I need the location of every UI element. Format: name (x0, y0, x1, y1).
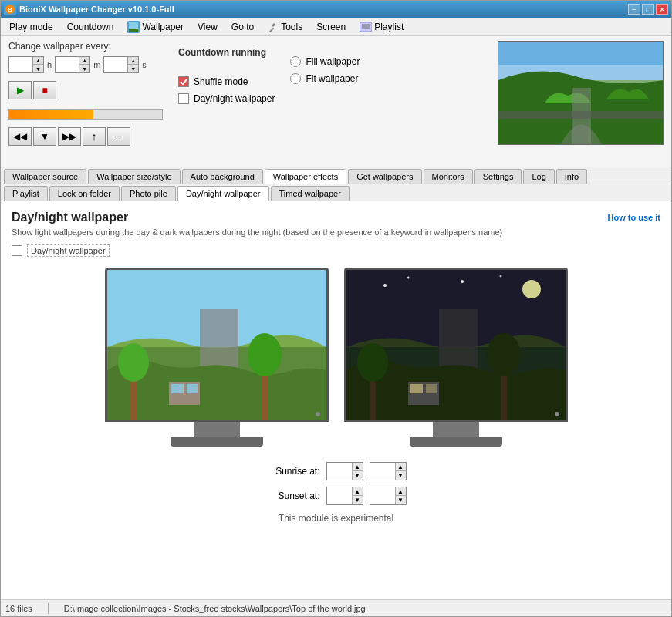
next-button[interactable]: ▶▶ (58, 127, 81, 146)
down-button[interactable]: ▼ (33, 127, 56, 146)
title-bar: B BioniX Wallpaper Changer v10.1.0-Full … (1, 1, 671, 18)
mins-down[interactable]: ▼ (79, 65, 89, 72)
tab-timed-wallpaper[interactable]: Timed wallpaper (271, 186, 350, 201)
mins-spinner[interactable]: 7 ▲ ▼ (55, 56, 90, 73)
sunset-hours-up[interactable]: ▲ (352, 487, 363, 496)
secs-spinner[interactable]: 0 ▲ ▼ (103, 56, 139, 73)
hours-input[interactable]: 0 (9, 57, 32, 72)
secs-arrows: ▲ ▼ (127, 57, 138, 72)
secs-input[interactable]: 0 (104, 57, 127, 72)
svg-rect-5 (269, 27, 275, 32)
night-monitor-base (410, 437, 502, 447)
menu-playlist[interactable]: Playlist (354, 19, 409, 35)
tools-menu-label: Tools (281, 22, 302, 32)
play-controls: ▶ ■ (8, 81, 163, 99)
menu-tools[interactable]: Tools (262, 19, 308, 35)
svg-point-19 (118, 343, 149, 382)
sunrise-mins-up[interactable]: ▲ (395, 463, 406, 471)
menu-view[interactable]: View (192, 19, 223, 35)
hours-up[interactable]: ▲ (32, 57, 43, 65)
svg-rect-4 (129, 29, 138, 32)
menu-countdown[interactable]: Countdown (62, 19, 120, 35)
menu-goto[interactable]: Go to (226, 19, 259, 35)
tab-get-wallpapers[interactable]: Get wallpapers (348, 169, 421, 184)
mins-up[interactable]: ▲ (79, 57, 89, 65)
hours-down[interactable]: ▼ (32, 65, 43, 72)
tab-bar-1: Wallpaper source Wallpaper size/style Au… (1, 167, 671, 184)
svg-point-39 (499, 275, 501, 278)
sunrise-hours-up[interactable]: ▲ (352, 463, 363, 471)
tab-wallpaper-effects[interactable]: Wallpaper effects (265, 169, 346, 184)
mins-input[interactable]: 7 (56, 57, 79, 72)
page-title: Day/night wallpaper (12, 211, 128, 224)
tab-log[interactable]: Log (523, 169, 554, 184)
sunrise-mins-down[interactable]: ▼ (395, 471, 406, 480)
remove-button[interactable]: − (107, 127, 130, 146)
sunset-label: Sunset at: (266, 491, 320, 501)
stop-button[interactable]: ■ (33, 81, 56, 99)
daynight-toolbar-checkbox[interactable] (178, 93, 189, 104)
add-button[interactable]: ↑ (83, 127, 106, 146)
how-to-use-link[interactable]: How to use it (608, 213, 660, 222)
tab-wallpaper-source[interactable]: Wallpaper source (4, 169, 86, 184)
night-monitor (344, 268, 568, 422)
sunset-hours-arrows: ▲ ▼ (352, 487, 363, 504)
tab-playlist[interactable]: Playlist (4, 186, 48, 201)
tab-info[interactable]: Info (556, 169, 587, 184)
tab-daynight[interactable]: Day/night wallpaper (177, 186, 269, 201)
sunset-hours-down[interactable]: ▼ (352, 496, 363, 504)
svg-point-21 (248, 333, 282, 376)
sunrise-hours-spinner[interactable]: 6 ▲ ▼ (326, 462, 363, 480)
tools-menu-icon (268, 22, 279, 32)
daynight-enable-checkbox[interactable] (12, 245, 22, 256)
tab-wallpaper-size[interactable]: Wallpaper size/style (88, 169, 180, 184)
fit-label: Fit wallpaper (306, 73, 358, 84)
secs-down[interactable]: ▼ (127, 65, 138, 72)
tab-monitors[interactable]: Monitors (424, 169, 473, 184)
daynight-enable-label: Day/night wallpaper (27, 244, 110, 257)
daynight-enable-row: Day/night wallpaper (12, 244, 660, 257)
menu-play-mode[interactable]: Play mode (4, 19, 59, 35)
svg-rect-34 (426, 384, 437, 393)
prev-button[interactable]: ◀◀ (8, 127, 32, 146)
tab-photo-pile[interactable]: Photo pile (121, 186, 176, 201)
svg-point-36 (383, 284, 387, 287)
progress-bar (9, 110, 93, 119)
sunrise-hours-input[interactable]: 6 (327, 463, 352, 480)
tab-lock-on-folder[interactable]: Lock on folder (49, 186, 120, 201)
maximize-button[interactable]: □ (642, 4, 654, 15)
sunrise-mins-input[interactable]: 30 (370, 463, 395, 480)
progress-bar-container (8, 109, 163, 120)
fill-radio[interactable] (290, 56, 301, 67)
sunset-mins-input[interactable]: 45 (370, 487, 395, 504)
minimize-button[interactable]: − (628, 4, 640, 15)
sunrise-mins-spinner[interactable]: 30 ▲ ▼ (370, 462, 407, 480)
shuffle-checkbox[interactable] (178, 76, 189, 87)
hours-arrows: ▲ ▼ (32, 57, 43, 72)
svg-point-38 (461, 280, 464, 283)
menu-wallpaper[interactable]: Wallpaper (122, 19, 189, 35)
play-button[interactable]: ▶ (8, 81, 32, 99)
tab-auto-background[interactable]: Auto background (182, 169, 263, 184)
fit-radio[interactable] (290, 73, 301, 84)
close-button[interactable]: ✕ (656, 4, 668, 15)
sunrise-hours-arrows: ▲ ▼ (352, 463, 363, 480)
status-separator (48, 603, 49, 614)
title-controls: − □ ✕ (628, 4, 668, 15)
sunrise-hours-down[interactable]: ▼ (352, 471, 363, 480)
sunset-hours-input[interactable]: 17 (327, 487, 352, 504)
tab-settings[interactable]: Settings (474, 169, 522, 184)
sunset-mins-spinner[interactable]: 45 ▲ ▼ (370, 487, 407, 505)
file-path: D:\Image collection\Images - Stocks_free… (64, 604, 366, 613)
sunset-mins-down[interactable]: ▼ (395, 496, 406, 504)
wallpaper-menu-label: Wallpaper (142, 22, 184, 32)
menu-screen[interactable]: Screen (311, 19, 351, 35)
sunrise-row: Sunrise at: 6 ▲ ▼ 30 ▲ ▼ (266, 462, 407, 480)
sunset-hours-spinner[interactable]: 17 ▲ ▼ (326, 487, 363, 505)
sunset-mins-up[interactable]: ▲ (395, 487, 406, 496)
svg-point-37 (407, 277, 409, 279)
hours-label: h (47, 60, 52, 69)
hours-spinner[interactable]: 0 ▲ ▼ (8, 56, 44, 73)
daynight-row: Day/night wallpaper (178, 93, 275, 104)
secs-up[interactable]: ▲ (127, 57, 138, 65)
